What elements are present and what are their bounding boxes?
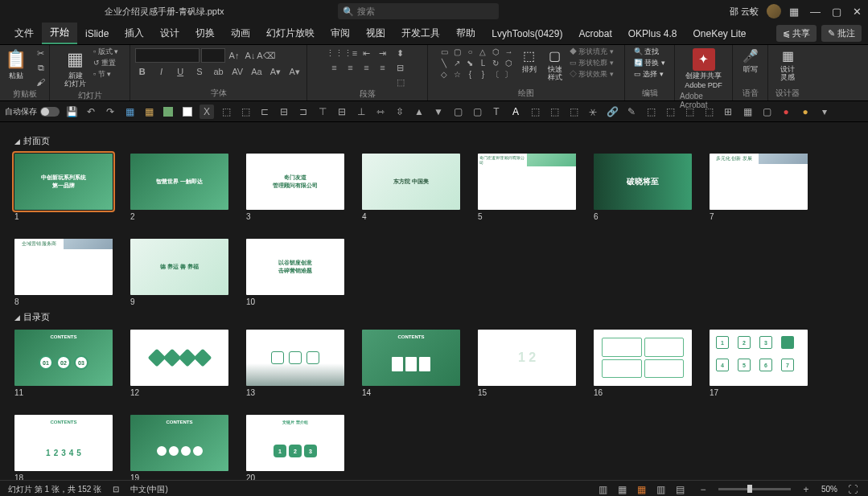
menu-acrobat[interactable]: Acrobat <box>570 25 619 43</box>
arrange-button[interactable]: ⬚ 排列 <box>518 47 541 76</box>
q-group-button[interactable]: ⬚ <box>219 105 233 119</box>
q-tool-12[interactable]: ▦ <box>740 105 755 119</box>
cut-button[interactable]: ✂ <box>34 47 48 59</box>
reading-view-button[interactable]: ▥ <box>654 482 668 497</box>
comment-button[interactable]: ✎ 批注 <box>821 25 862 42</box>
bold-button[interactable]: B <box>135 65 150 78</box>
q-more-button[interactable]: ▾ <box>817 105 832 119</box>
slide-thumb-10[interactable]: 以谷韧度创意 击碎营销难题 <box>246 239 344 295</box>
shape-fill-button[interactable]: ◆ 形状填充 ▾ <box>570 47 614 57</box>
justify-button[interactable]: ≡ <box>376 61 390 74</box>
menu-insert[interactable]: 插入 <box>117 23 152 43</box>
copy-button[interactable]: ⧉ <box>34 61 48 74</box>
slide-thumb-9[interactable]: 德 养运 善 养福 <box>130 239 228 295</box>
slide-thumb-1[interactable]: 中创新玩系列系统 第一品牌 <box>14 154 113 210</box>
smartart-button[interactable]: ⬚ <box>393 76 408 88</box>
italic-button[interactable]: I <box>154 65 169 78</box>
menu-lvyhtools[interactable]: LvyhTools(0429) <box>483 25 570 43</box>
text-direction-button[interactable]: ⬍ <box>393 47 408 59</box>
align-center-button[interactable]: ≡ <box>343 61 358 74</box>
q-align-left-button[interactable]: ⊏ <box>257 105 272 119</box>
close-icon[interactable]: ✕ <box>853 6 862 18</box>
zoom-percent[interactable]: 50% <box>821 485 837 494</box>
slide-thumb-3[interactable]: 奇门友道 管理顾问有限公司 <box>246 154 344 210</box>
increase-indent-button[interactable]: ⇥ <box>376 47 390 59</box>
replace-button[interactable]: 🔄 替换 ▾ <box>634 58 665 68</box>
paste-button[interactable]: 📋 粘贴 <box>2 47 31 82</box>
increase-font-button[interactable]: A↑ <box>227 49 241 62</box>
section-cover[interactable]: 封面页 <box>14 135 854 147</box>
shadow-button[interactable]: ab <box>212 65 226 78</box>
menu-home[interactable]: 开始 <box>42 23 77 44</box>
q-x-icon[interactable]: X <box>200 105 214 119</box>
strikethrough-button[interactable]: S <box>192 65 207 78</box>
decrease-font-button[interactable]: A↓ <box>243 49 257 62</box>
slide-thumb-6[interactable]: 破晓将至 <box>594 154 692 210</box>
q-align-top-button[interactable]: ⊤ <box>315 105 330 119</box>
new-slide-button[interactable]: ▦ 新建 幻灯片 <box>61 47 90 90</box>
undo-button[interactable]: ↶ <box>84 105 98 119</box>
language-indicator[interactable]: 中文(中国) <box>130 484 168 495</box>
font-color-button[interactable]: A▾ <box>287 65 302 78</box>
notes-button[interactable]: ▥ <box>596 482 611 497</box>
shape-outline-button[interactable]: ▭ 形状轮廓 ▾ <box>570 58 614 68</box>
menu-okplus[interactable]: OKPlus 4.8 <box>620 25 685 43</box>
menu-file[interactable]: 文件 <box>6 23 42 43</box>
q-tool-1[interactable]: ▢ <box>450 105 465 119</box>
q-tool-10[interactable]: ⬚ <box>701 105 716 119</box>
menu-view[interactable]: 视图 <box>358 23 393 43</box>
q-link-button[interactable]: 🔗 <box>605 105 619 119</box>
q-align-bot-button[interactable]: ⊥ <box>354 105 368 119</box>
font-highlight-button[interactable]: A▾ <box>269 65 283 78</box>
window-options-icon[interactable]: ▦ <box>789 6 799 18</box>
slide-thumb-7[interactable]: 多元化 创新 发展 <box>710 154 808 210</box>
q-tool-3[interactable]: ⬚ <box>528 105 542 119</box>
q-yellow-icon[interactable]: ▦ <box>142 105 156 119</box>
section-button[interactable]: ▫ 节 ▾ <box>93 69 118 80</box>
slide-thumb-18[interactable]: CONTENTS12345 <box>14 415 113 471</box>
dictate-button[interactable]: 🎤 听写 <box>739 47 762 76</box>
menu-islide[interactable]: iSlide <box>77 25 117 43</box>
sorter-view-button[interactable]: ▦ <box>635 482 649 497</box>
slideshow-view-button[interactable]: ▤ <box>673 482 688 497</box>
quick-style-button[interactable]: ▢ 快速 样式 <box>544 47 566 84</box>
q-align-center-button[interactable]: ⊟ <box>277 105 291 119</box>
numbering-button[interactable]: ⋮≡ <box>343 47 358 59</box>
menu-animations[interactable]: 动画 <box>223 23 258 43</box>
q-align-mid-button[interactable]: ⊟ <box>335 105 349 119</box>
font-family-select[interactable] <box>135 48 200 63</box>
shapes-gallery[interactable]: ▭▢○△⬡→ ╲↗⬊L↻⬡ ◇☆{}〔〕 <box>438 47 515 80</box>
q-tool-9[interactable]: ⬚ <box>682 105 697 119</box>
slide-thumb-13[interactable] <box>246 330 344 386</box>
section-contents[interactable]: 目录页 <box>14 311 854 323</box>
align-right-button[interactable]: ≡ <box>360 61 374 74</box>
layout-button[interactable]: ▫ 版式 ▾ <box>93 47 118 57</box>
align-left-button[interactable]: ≡ <box>327 61 342 74</box>
create-pdf-button[interactable]: ✦ 创建并共享 Adobe PDF <box>681 47 726 92</box>
slide-thumb-12[interactable] <box>130 330 228 386</box>
q-red-dot-icon[interactable]: ● <box>779 105 793 119</box>
q-tool-11[interactable]: ⊞ <box>721 105 735 119</box>
bullets-button[interactable]: ⋮⋮ <box>327 47 342 59</box>
menu-transitions[interactable]: 切换 <box>187 23 223 43</box>
shape-effects-button[interactable]: ◇ 形状效果 ▾ <box>570 69 614 80</box>
slide-thumb-15[interactable]: 1 2 <box>478 330 576 386</box>
autosave-toggle[interactable]: 自动保存 <box>5 106 60 117</box>
zoom-in-button[interactable]: + <box>799 482 813 497</box>
q-text-fill-button[interactable]: A <box>508 105 523 119</box>
q-tool-5[interactable]: ⬚ <box>566 105 581 119</box>
change-case-button[interactable]: Aa <box>249 65 264 78</box>
share-button[interactable]: ⫹ 共享 <box>776 25 817 42</box>
slide-thumb-17[interactable]: 1234567 <box>710 330 808 386</box>
toggle-switch[interactable] <box>40 107 60 117</box>
align-text-button[interactable]: ⊟ <box>393 61 408 74</box>
q-eyedrop-button[interactable]: ✎ <box>624 105 639 119</box>
minimize-icon[interactable]: — <box>810 6 821 18</box>
slide-thumb-14[interactable]: CONTENTS <box>362 330 460 386</box>
slide-thumb-4[interactable]: 东方院 中国美 <box>362 154 460 210</box>
q-send-back-button[interactable]: ▼ <box>431 105 446 119</box>
accessibility-icon[interactable]: ⊡ <box>113 485 119 494</box>
format-painter-button[interactable]: 🖌 <box>34 76 48 88</box>
menu-devtools[interactable]: 开发工具 <box>393 23 448 43</box>
find-button[interactable]: 🔍 查找 <box>634 47 665 57</box>
